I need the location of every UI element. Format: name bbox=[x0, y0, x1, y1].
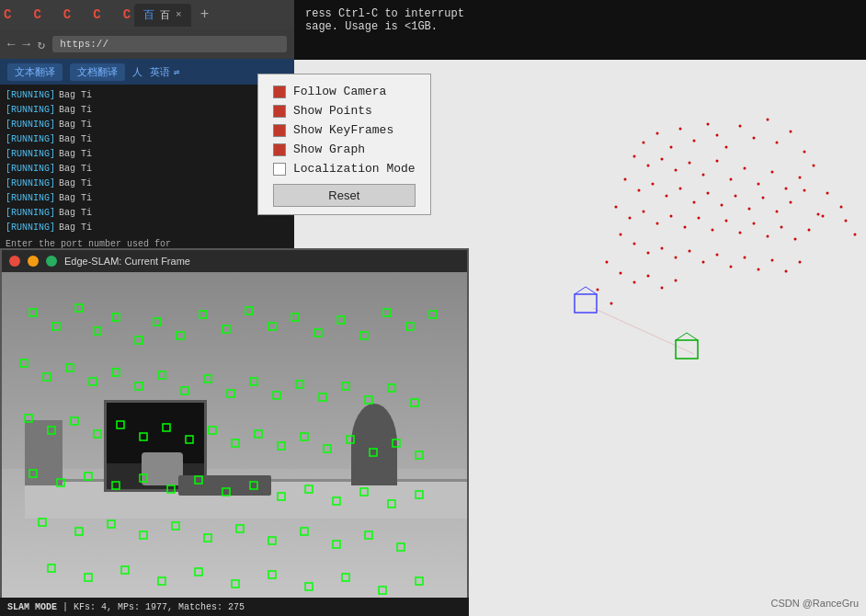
svg-point-64 bbox=[689, 250, 691, 253]
tab-label: 百 bbox=[160, 8, 170, 22]
window-maximize-button[interactable] bbox=[46, 256, 57, 267]
svg-point-32 bbox=[679, 188, 682, 190]
forward-button[interactable]: → bbox=[22, 37, 29, 51]
window-minimize-button[interactable] bbox=[28, 256, 39, 267]
refresh-button[interactable]: ↻ bbox=[38, 37, 45, 52]
show-graph-item[interactable]: Show Graph bbox=[273, 140, 416, 159]
svg-point-63 bbox=[675, 257, 678, 259]
svg-point-75 bbox=[633, 281, 636, 284]
localization-mode-checkbox[interactable] bbox=[273, 163, 286, 176]
svg-point-58 bbox=[822, 215, 825, 218]
log-status: [RUNNING] bbox=[6, 191, 55, 206]
window-close-button[interactable] bbox=[9, 256, 20, 267]
svg-rect-181 bbox=[305, 583, 313, 590]
language-selector[interactable]: 英语 ⇌ bbox=[150, 65, 180, 79]
svg-point-76 bbox=[647, 275, 650, 278]
svg-rect-117 bbox=[158, 371, 165, 379]
svg-point-81 bbox=[845, 220, 848, 222]
svg-line-88 bbox=[586, 287, 597, 294]
svg-point-61 bbox=[647, 252, 650, 255]
svg-rect-136 bbox=[186, 436, 193, 443]
log-content: Bag Ti bbox=[59, 118, 92, 132]
lang-label: 英语 bbox=[150, 65, 170, 79]
reset-button[interactable]: Reset bbox=[273, 184, 416, 207]
slam-mode-label: SLAM MODE bbox=[7, 602, 57, 612]
svg-line-91 bbox=[687, 333, 698, 340]
svg-point-77 bbox=[661, 287, 664, 290]
svg-point-8 bbox=[739, 125, 742, 128]
show-keyframes-checkbox[interactable] bbox=[273, 124, 286, 137]
show-graph-checkbox[interactable] bbox=[273, 143, 286, 156]
svg-point-4 bbox=[693, 140, 696, 143]
log-line: [RUNNING] Bag Ti bbox=[6, 191, 289, 206]
svg-rect-161 bbox=[416, 491, 423, 498]
log-line: [RUNNING] Bag Ti bbox=[6, 177, 289, 191]
svg-rect-174 bbox=[48, 565, 55, 572]
show-points-checkbox[interactable] bbox=[273, 105, 286, 118]
svg-rect-139 bbox=[255, 430, 262, 438]
browser-nav: ← → ↻ https:// bbox=[0, 29, 294, 59]
back-button[interactable]: ← bbox=[7, 37, 15, 51]
svg-rect-108 bbox=[383, 309, 391, 316]
localization-mode-label: Localization Mode bbox=[293, 162, 416, 176]
localization-mode-item[interactable]: Localization Mode bbox=[273, 159, 416, 178]
svg-point-65 bbox=[702, 261, 705, 264]
show-points-item[interactable]: Show Points bbox=[273, 101, 416, 120]
log-line: [RUNNING] Bag Ti bbox=[6, 103, 289, 118]
svg-rect-159 bbox=[360, 488, 368, 496]
svg-rect-95 bbox=[94, 327, 101, 335]
address-text: https:// bbox=[60, 39, 108, 50]
svg-point-79 bbox=[826, 192, 829, 195]
svg-rect-116 bbox=[135, 382, 142, 390]
svg-rect-146 bbox=[416, 451, 423, 459]
svg-point-73 bbox=[606, 261, 609, 264]
log-line: [RUNNING] Bag Ti bbox=[6, 88, 289, 103]
svg-rect-177 bbox=[158, 577, 165, 585]
svg-rect-152 bbox=[167, 485, 175, 493]
svg-rect-176 bbox=[121, 566, 129, 574]
red-c-2: C bbox=[33, 7, 40, 22]
red-c-1: C bbox=[4, 7, 11, 22]
svg-point-36 bbox=[735, 195, 737, 198]
log-status: [RUNNING] bbox=[6, 103, 55, 118]
svg-point-56 bbox=[794, 238, 797, 241]
follow-camera-checkbox[interactable] bbox=[273, 86, 286, 98]
svg-rect-101 bbox=[222, 325, 230, 333]
tab-favicon: 百 bbox=[143, 7, 154, 23]
log-content: Bag Ti bbox=[59, 147, 92, 162]
svg-point-62 bbox=[661, 247, 664, 250]
svg-rect-133 bbox=[117, 421, 124, 428]
svg-rect-148 bbox=[57, 479, 64, 486]
svg-rect-104 bbox=[291, 314, 299, 321]
red-c-4: C bbox=[93, 7, 100, 22]
svg-point-43 bbox=[615, 206, 618, 209]
doc-translate-button[interactable]: 文档翻译 bbox=[70, 63, 125, 81]
log-status: [RUNNING] bbox=[6, 147, 55, 162]
svg-rect-171 bbox=[333, 541, 340, 548]
svg-rect-138 bbox=[232, 439, 239, 447]
new-tab-button[interactable]: + bbox=[195, 6, 215, 23]
svg-rect-106 bbox=[337, 316, 345, 324]
svg-point-25 bbox=[785, 188, 788, 190]
log-content: Bag Ti bbox=[59, 103, 92, 118]
svg-rect-134 bbox=[140, 433, 147, 440]
text-translate-button[interactable]: 文本翻译 bbox=[7, 63, 63, 81]
active-tab[interactable]: 百 百 × bbox=[134, 4, 191, 27]
svg-point-51 bbox=[725, 220, 728, 222]
svg-point-37 bbox=[748, 208, 751, 211]
svg-point-50 bbox=[712, 229, 714, 232]
camera-frustum-1 bbox=[575, 287, 597, 313]
svg-point-11 bbox=[776, 142, 779, 144]
svg-point-19 bbox=[702, 174, 705, 177]
follow-camera-item[interactable]: Follow Camera bbox=[273, 82, 416, 101]
log-status: [RUNNING] bbox=[6, 132, 55, 147]
svg-rect-166 bbox=[172, 522, 179, 530]
svg-point-49 bbox=[698, 217, 701, 220]
address-bar[interactable]: https:// bbox=[52, 36, 287, 52]
svg-rect-105 bbox=[314, 329, 322, 337]
tab-close-button[interactable]: × bbox=[176, 9, 182, 20]
svg-rect-98 bbox=[154, 318, 161, 325]
show-keyframes-item[interactable]: Show KeyFrames bbox=[273, 120, 416, 140]
svg-point-78 bbox=[675, 279, 678, 282]
svg-rect-122 bbox=[273, 392, 280, 399]
